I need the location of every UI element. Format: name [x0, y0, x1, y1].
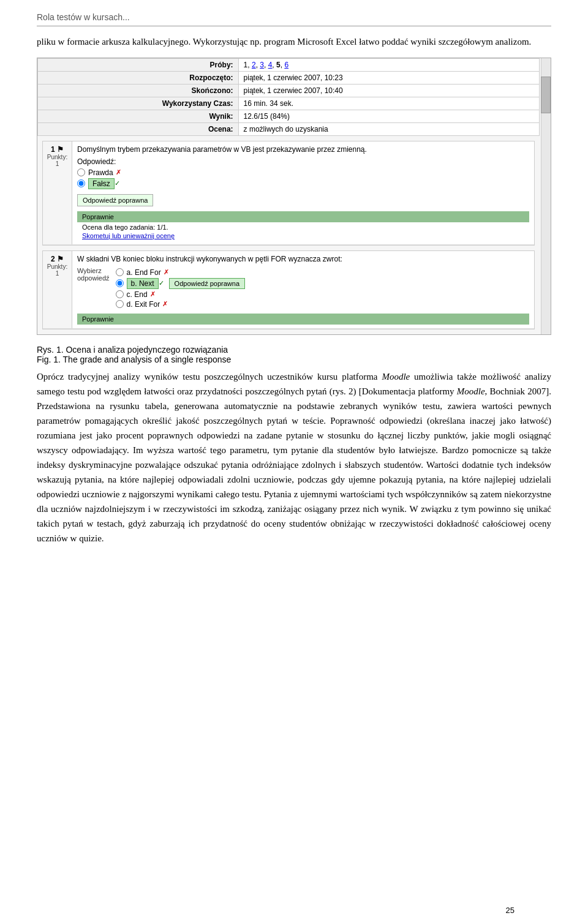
header-value-5: z możliwych do uzyskania	[238, 122, 539, 135]
q2-pts-value: 1	[56, 270, 59, 277]
q1-pts-label: Punkty:	[47, 154, 67, 160]
top-divider	[37, 26, 551, 26]
q1-num-label: 1 ⚑	[51, 145, 64, 154]
header-label-5: Ocena:	[38, 122, 239, 135]
body-moodle-2: Moodle	[457, 386, 485, 396]
caption-line2: Fig. 1. The grade and analysis of a sing…	[37, 355, 231, 364]
q1-correct-answer-box: Odpowiedź poprawna	[77, 194, 153, 206]
q1-option-a-text: Prawda	[88, 168, 113, 177]
q1-feedback-bar: Poprawnie	[77, 211, 529, 222]
page-number: 25	[506, 906, 514, 915]
q2-option-a-text: a. End For	[127, 268, 161, 277]
q1-text: Domyślnym trybem przekazywania parametró…	[77, 145, 529, 154]
main-body-paragraph: Oprócz tradycyjnej analizy wyników testu…	[37, 369, 551, 546]
q2-option-b: b. Next ✓ Odpowiedź poprawna	[116, 278, 529, 289]
q2-option-c: c. End ✗	[116, 290, 529, 299]
question-2-row: 2 ⚑ Punkty: 1 W składni VB koniec bloku …	[43, 251, 534, 329]
question-1-area: 1 ⚑ Punkty: 1 Domyślnym trybem przekazyw…	[42, 141, 535, 246]
header-label-1: Rozpoczęto:	[38, 71, 239, 84]
q1-pts-value: 1	[56, 160, 59, 167]
q2-option-b-checkmark: ✓	[159, 279, 164, 287]
q2-option-d-xmark: ✗	[162, 300, 168, 308]
header-value-3: 16 min. 34 sek.	[238, 97, 539, 110]
question-2-area: 2 ⚑ Punkty: 1 W składni VB koniec bloku …	[42, 250, 535, 329]
body-moodle-1: Moodle	[382, 372, 410, 382]
header-value-0: 1, 2, 3, 4, 5, 6	[238, 58, 539, 71]
q2-option-c-text: c. End	[127, 290, 148, 299]
body-text-p1c: , Bochniak 2007]. Przedstawiona na rysun…	[37, 386, 551, 543]
intro-paragraph: pliku w formacie arkusza kalkulacyjnego.…	[37, 35, 551, 49]
question-1-body: Domyślnym trybem przekazywania parametró…	[72, 141, 534, 244]
q2-option-d: d. Exit For ✗	[116, 300, 529, 309]
q1-option-b: Fałsz ✓	[77, 178, 529, 189]
q2-option-b-text: b. Next	[127, 278, 159, 289]
caption-line1: Rys. 1. Ocena i analiza pojedynczego roz…	[37, 345, 228, 355]
intro-italic: Microsoft Excel	[297, 37, 356, 47]
header-label-3: Wykorzystany Czas:	[38, 97, 239, 110]
body-text-p1a: Oprócz tradycyjnej analizy wyników testu…	[37, 372, 382, 382]
chapter-title: Rola testów w kursach...	[37, 12, 551, 22]
q2-text: W składni VB koniec bloku instrukcji wyk…	[77, 255, 529, 263]
quiz-header-table: Próby: 1, 2, 3, 4, 5, 6 Rozpoczęto: piąt…	[37, 58, 540, 136]
q2-option-d-text: d. Exit For	[127, 300, 160, 309]
question-1-row: 1 ⚑ Punkty: 1 Domyślnym trybem przekazyw…	[43, 141, 534, 245]
q2-num-label: 2 ⚑	[51, 255, 64, 263]
question-2-body: W składni VB koniec bloku instrukcji wyk…	[72, 251, 534, 328]
q2-radio-d[interactable]	[116, 300, 124, 308]
q2-correct-box: Odpowiedź poprawna	[169, 278, 245, 289]
q2-radio-a[interactable]	[116, 268, 124, 276]
q2-feedback-bar: Poprawnie	[77, 314, 529, 325]
q2-option-a: a. End For ✗	[116, 268, 529, 277]
scrollbar[interactable]	[541, 58, 551, 334]
question-1-number: 1 ⚑ Punkty: 1	[43, 141, 72, 244]
question-2-number: 2 ⚑ Punkty: 1	[43, 251, 72, 328]
q2-pts-label: Punkty:	[47, 263, 67, 270]
q2-radio-c[interactable]	[116, 290, 124, 298]
header-value-2: piątek, 1 czerwiec 2007, 10:40	[238, 84, 539, 97]
scrollbar-thumb[interactable]	[541, 77, 551, 113]
q1-option-a-xmark: ✗	[116, 168, 121, 176]
q2-select-label: Wybierzodpowiedź	[77, 267, 110, 282]
header-label-2: Skończono:	[38, 84, 239, 97]
q2-option-a-xmark: ✗	[164, 268, 169, 276]
q2-option-c-xmark: ✗	[150, 290, 156, 298]
intro-text-suffix: łatwo poddać wyniki szczegółowym analizo…	[356, 37, 531, 47]
q1-review-link[interactable]: Skometuj lub unieważnij ocenę	[82, 232, 524, 239]
q2-radio-b[interactable]	[116, 279, 124, 287]
q1-radio-b[interactable]	[77, 179, 85, 187]
q1-answer-label: Odpowiedź:	[77, 157, 529, 166]
q1-option-b-checkmark: ✓	[115, 179, 120, 187]
header-value-1: piątek, 1 czerwiec 2007, 10:23	[238, 71, 539, 84]
q1-option-b-text: Fałsz	[88, 178, 115, 189]
quiz-screenshot: Próby: 1, 2, 3, 4, 5, 6 Rozpoczęto: piąt…	[37, 58, 551, 335]
q1-radio-a[interactable]	[77, 168, 85, 176]
caption: Rys. 1. Ocena i analiza pojedynczego roz…	[37, 345, 551, 364]
header-label-0: Próby:	[38, 58, 239, 71]
intro-text-prefix: pliku w formacie arkusza kalkulacyjnego.…	[37, 37, 297, 47]
q1-option-a: Prawda ✗	[77, 168, 529, 177]
header-value-4: 12.6/15 (84%)	[238, 110, 539, 122]
header-label-4: Wynik:	[38, 110, 239, 122]
q1-grade-info: Ocena dla tego zadania: 1/1.	[82, 224, 524, 231]
